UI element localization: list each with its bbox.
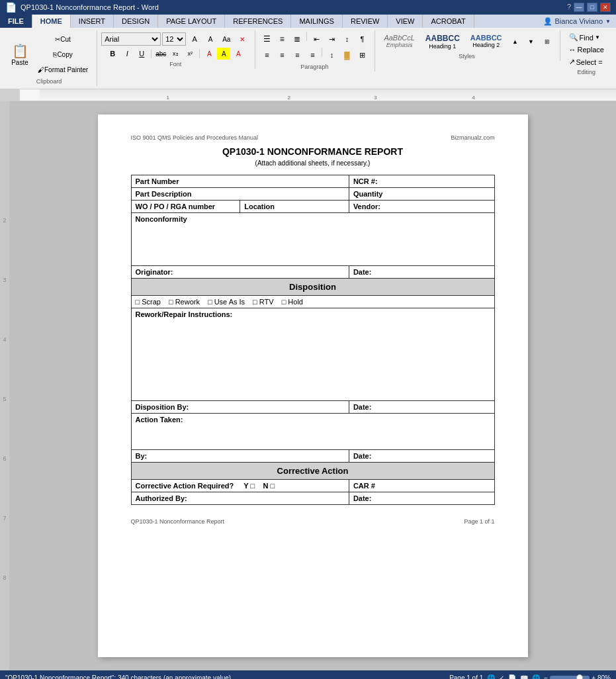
- close-btn[interactable]: ✕: [600, 3, 611, 12]
- align-right-button[interactable]: ≡: [290, 48, 304, 62]
- rework-checkbox[interactable]: □ Rework: [169, 298, 200, 306]
- location-label: Location: [240, 201, 349, 213]
- tab-insert[interactable]: INSERT: [71, 15, 114, 28]
- ribbon-tabs: FILE HOME INSERT DESIGN PAGE LAYOUT REFE…: [0, 15, 616, 28]
- italic-button[interactable]: I: [120, 48, 134, 60]
- tab-file[interactable]: FILE: [0, 15, 32, 28]
- scrap-checkbox[interactable]: □ Scrap: [136, 298, 161, 306]
- increase-indent-button[interactable]: ⇥: [324, 32, 339, 46]
- replace-button[interactable]: ↔ Replace: [564, 44, 609, 55]
- status-right: Page 1 of 1 🌐 ✓ 📄 📖 🌐 − + 80%: [449, 674, 611, 680]
- table-row: Corrective Action: [131, 463, 494, 480]
- title-bar: 📄 QP1030-1 Nonconformance Report - Word …: [0, 0, 616, 15]
- by-label: By:: [131, 450, 349, 463]
- n-checkbox[interactable]: N □: [263, 482, 275, 490]
- text-effects-button[interactable]: A: [202, 48, 216, 60]
- page-area: ISO 9001 QMS Policies and Procedures Man…: [9, 101, 616, 670]
- y-checkbox[interactable]: Y □: [243, 482, 255, 490]
- nonconformity-label: Nonconformity: [131, 213, 494, 266]
- highlight-button[interactable]: A: [217, 48, 230, 60]
- bold-button[interactable]: B: [106, 48, 119, 60]
- use-as-is-checkbox[interactable]: □ Use As Is: [208, 298, 245, 306]
- zoom-out-btn[interactable]: −: [544, 674, 548, 680]
- align-left-button[interactable]: ≡: [259, 48, 274, 62]
- select-button[interactable]: ↗ Select =: [564, 56, 609, 68]
- sort-button[interactable]: ↕: [339, 32, 354, 46]
- line-spacing-button[interactable]: ↕: [324, 48, 339, 62]
- borders-button[interactable]: ⊞: [355, 48, 369, 62]
- font-name-select[interactable]: Arial: [101, 32, 161, 46]
- find-button[interactable]: 🔍 Find ▼: [564, 32, 609, 43]
- font-shrink-button[interactable]: A: [203, 32, 218, 46]
- replace-icon: ↔: [569, 46, 576, 54]
- decrease-indent-button[interactable]: ⇤: [309, 32, 324, 46]
- multilevel-button[interactable]: ≣: [290, 32, 304, 46]
- tab-acrobat[interactable]: ACROBAT: [423, 15, 474, 28]
- tab-mailings[interactable]: MAILINGS: [291, 15, 343, 28]
- font-size-select[interactable]: 12: [162, 32, 186, 46]
- numbering-button[interactable]: ≡: [275, 32, 289, 46]
- font-grow-button[interactable]: A: [187, 32, 202, 46]
- title-bar-text: QP1030-1 Nonconformance Report - Word: [21, 3, 159, 11]
- status-left: "QP1030-1 Nonconformance Report": 340 ch…: [5, 674, 233, 680]
- minimize-btn[interactable]: —: [574, 3, 584, 12]
- page-header-right: Bizmanualz.com: [451, 134, 494, 141]
- tab-home[interactable]: HOME: [32, 15, 71, 28]
- separator: [151, 49, 152, 58]
- cut-button[interactable]: ✂ Cut: [34, 32, 91, 46]
- strikethrough-button[interactable]: abc: [154, 48, 167, 60]
- show-hide-button[interactable]: ¶: [355, 32, 369, 46]
- page-header-left: ISO 9001 QMS Policies and Procedures Man…: [131, 134, 259, 141]
- superscript-button[interactable]: x²: [183, 48, 197, 60]
- change-case-button[interactable]: Aa: [219, 32, 234, 46]
- language-icon[interactable]: 🌐: [487, 674, 495, 680]
- align-center-button[interactable]: ≡: [275, 48, 289, 62]
- style-heading1[interactable]: AABBCC Heading 1: [421, 32, 464, 52]
- underline-button[interactable]: U: [135, 48, 148, 60]
- table-row: Disposition: [131, 279, 494, 296]
- font-group: Arial 12 A A Aa ✕ B I U abc x₂: [99, 30, 255, 69]
- tab-references[interactable]: REFERENCES: [225, 15, 291, 28]
- view-web-btn[interactable]: 🌐: [532, 674, 540, 680]
- zoom-in-btn[interactable]: +: [592, 674, 595, 680]
- styles-list: AaBbCcL Emphasis AABBCC Heading 1 AABBCC…: [379, 32, 506, 52]
- style-emphasis[interactable]: AaBbCcL Emphasis: [379, 32, 419, 52]
- tab-review[interactable]: REVIEW: [343, 15, 388, 28]
- editing-group: 🔍 Find ▼ ↔ Replace ↗ Select = Editing: [562, 30, 614, 77]
- rtv-checkbox[interactable]: □ RTV: [253, 298, 274, 306]
- ncr-label: NCR #:: [349, 175, 494, 188]
- styles-scroll-up[interactable]: ▲: [508, 36, 523, 48]
- table-row: WO / PO / RGA number Location Vendor:: [131, 201, 494, 213]
- table-row: Part Number NCR #:: [131, 175, 494, 188]
- bullets-button[interactable]: ☰: [259, 32, 274, 46]
- footer-right: Page 1 of 1: [464, 518, 494, 525]
- clear-formatting-button[interactable]: ✕: [235, 32, 249, 46]
- format-painter-button[interactable]: 🖌 Format Painter: [34, 62, 91, 77]
- justify-button[interactable]: ≡: [305, 48, 320, 62]
- copy-button[interactable]: ⎘ Copy: [34, 47, 91, 62]
- styles-scroll-down[interactable]: ▼: [524, 36, 539, 48]
- help-btn[interactable]: ?: [567, 3, 571, 12]
- date3-label: Date:: [349, 450, 494, 463]
- zoom-slider[interactable]: [550, 676, 590, 679]
- doc-info: "QP1030-1 Nonconformance Report": 340 ch…: [5, 674, 233, 680]
- tab-page-layout[interactable]: PAGE LAYOUT: [158, 15, 225, 28]
- styles-expand[interactable]: ⊞: [540, 36, 554, 48]
- style-heading2[interactable]: AABBCC Heading 2: [466, 32, 507, 52]
- tab-design[interactable]: DESIGN: [114, 15, 158, 28]
- proofing-icon[interactable]: ✓: [499, 674, 504, 680]
- view-reading-btn[interactable]: 📖: [520, 674, 528, 680]
- font-color-button[interactable]: A: [232, 48, 245, 60]
- clipboard-group: 📋 Paste ✂ Cut ⎘ Copy 🖌 Format Painter Cl…: [4, 30, 97, 86]
- subscript-button[interactable]: x₂: [169, 48, 182, 60]
- view-print-btn[interactable]: 📄: [508, 674, 516, 680]
- find-icon: 🔍: [569, 33, 578, 42]
- shading-button[interactable]: ▓: [339, 48, 354, 62]
- paragraph-group: ☰ ≡ ≣ ⇤ ⇥ ↕ ¶ ≡ ≡ ≡ ≡ ↕ ▓ ⊞: [257, 30, 375, 71]
- paste-button[interactable]: 📋 Paste: [7, 36, 33, 72]
- user-dropdown-icon[interactable]: ▼: [605, 19, 611, 24]
- hold-checkbox[interactable]: □ Hold: [282, 298, 303, 306]
- maximize-btn[interactable]: □: [587, 3, 597, 12]
- tab-view[interactable]: VIEW: [388, 15, 423, 28]
- sep3: [306, 32, 307, 41]
